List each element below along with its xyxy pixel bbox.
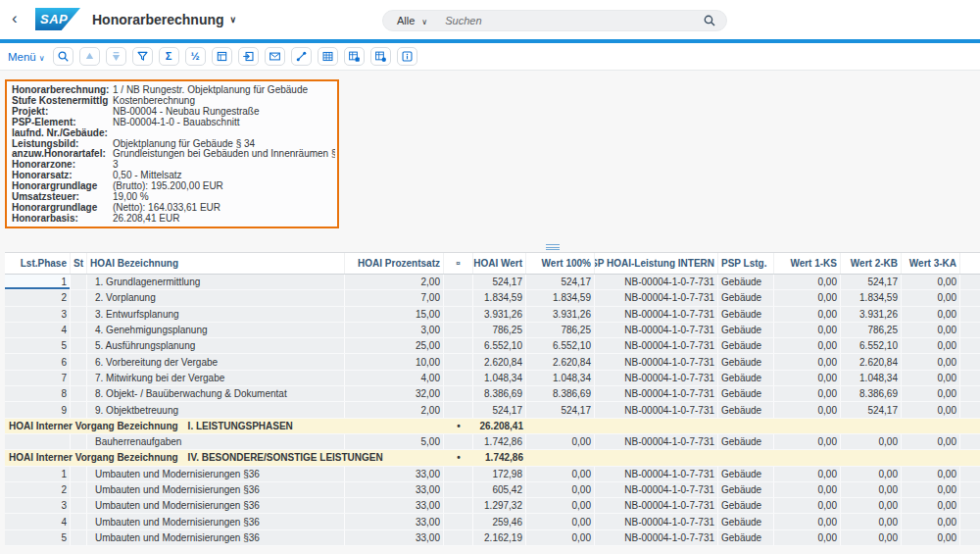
- subtotal-button[interactable]: ½: [185, 47, 206, 66]
- table-row[interactable]: 77. Mitwirkung bei der Vergabe4,001.048,…: [5, 371, 980, 386]
- cell-psp-hoai-leistung[interactable]: NB-00004-1-0-7-731: [595, 338, 718, 353]
- search-scope-select[interactable]: Alle∨: [397, 15, 427, 26]
- cell-symbol[interactable]: [444, 386, 473, 401]
- cell-hoai-wert[interactable]: 524,17: [473, 402, 526, 417]
- cell-lst-phase[interactable]: 5: [5, 338, 71, 353]
- cell-lst-phase[interactable]: 3: [5, 498, 71, 513]
- export-button[interactable]: [238, 47, 259, 66]
- cell-st[interactable]: [71, 434, 87, 449]
- column-header-wert-100[interactable]: Wert 100%: [526, 253, 595, 274]
- table-row[interactable]: Bauherrenaufgaben5,001.742,860,00NB-0000…: [5, 434, 980, 450]
- table-row[interactable]: 11. Grundlagenermittlung2,00524,17524,17…: [5, 275, 980, 290]
- cell-wert-3ka[interactable]: 0,00: [902, 307, 960, 322]
- cell-wert-3ka[interactable]: 0,00: [902, 323, 960, 337]
- cell-psp-lstg[interactable]: Gebäude: [718, 498, 774, 513]
- table-row[interactable]: 1Umbauten und Modernisierungen §3633,001…: [5, 467, 980, 482]
- cell-wert-1ks[interactable]: 0,00: [774, 482, 841, 497]
- cell-hoai-bezeichnung[interactable]: Umbauten und Modernisierungen §36: [87, 482, 345, 497]
- cell-st[interactable]: [71, 467, 87, 481]
- cell-hoai-prozentsatz[interactable]: 5,00: [345, 434, 444, 449]
- cell-psp-lstg[interactable]: Gebäude: [718, 323, 774, 337]
- cell-psp-hoai-leistung[interactable]: NB-00004-1-0-7-731: [595, 307, 718, 322]
- cell-lst-phase[interactable]: 4: [5, 514, 71, 529]
- cell-psp-hoai-leistung[interactable]: NB-00004-1-0-7-731: [595, 371, 718, 385]
- cell-psp-lstg[interactable]: Gebäude: [718, 386, 774, 401]
- cell-lst-phase[interactable]: 7: [5, 371, 71, 385]
- column-header-psp-lstg[interactable]: PSP Lstg.: [718, 253, 774, 274]
- cell-wert-1ks[interactable]: 0,00: [774, 467, 841, 481]
- search-input[interactable]: [445, 15, 703, 26]
- table-row[interactable]: 44. Genehmigungsplanung3,00786,25786,25N…: [5, 323, 980, 338]
- cell-wert-1ks[interactable]: 0,00: [774, 338, 841, 353]
- cell-st[interactable]: [71, 275, 87, 289]
- table-row[interactable]: 2Umbauten und Modernisierungen §3633,006…: [5, 482, 980, 498]
- cell-wert-100[interactable]: 8.386,69: [526, 386, 595, 401]
- cell-psp-hoai-leistung[interactable]: NB-00004-1-0-7-731: [595, 482, 718, 497]
- column-header-hoai-bezeichnung[interactable]: HOAI Bezeichnung: [87, 253, 345, 274]
- cell-wert-2kb[interactable]: 8.386,69: [841, 386, 902, 401]
- column-header-symbol[interactable]: ¤: [444, 253, 473, 274]
- cell-symbol[interactable]: [444, 275, 473, 289]
- cell-psp-hoai-leistung[interactable]: NB-00004-1-0-7-731: [595, 290, 718, 305]
- cell-psp-hoai-leistung[interactable]: NB-00004-1-0-7-731: [595, 275, 718, 289]
- cell-wert-3ka[interactable]: 0,00: [902, 371, 960, 385]
- cell-hoai-bezeichnung[interactable]: 2. Vorplanung: [87, 290, 345, 305]
- grid-button[interactable]: [318, 47, 338, 66]
- cell-hoai-bezeichnung[interactable]: 4. Genehmigungsplanung: [87, 323, 345, 337]
- cell-symbol[interactable]: [444, 530, 473, 545]
- cell-wert-1ks[interactable]: 0,00: [774, 498, 841, 513]
- cell-wert-1ks[interactable]: 0,00: [774, 323, 841, 337]
- cell-psp-lstg[interactable]: Gebäude: [718, 371, 774, 385]
- cell-hoai-wert[interactable]: 1.297,32: [473, 498, 526, 513]
- cell-psp-hoai-leistung[interactable]: NB-00004-1-0-7-731: [595, 402, 718, 417]
- table-row[interactable]: 55. Ausführungsplanung25,006.552,106.552…: [5, 338, 980, 354]
- column-header-st[interactable]: St: [71, 253, 87, 274]
- table-row[interactable]: 33. Entwurfsplanung15,003.931,263.931,26…: [5, 307, 980, 323]
- cell-psp-lstg[interactable]: Gebäude: [718, 530, 774, 545]
- cell-hoai-prozentsatz[interactable]: 4,00: [345, 371, 444, 385]
- cell-hoai-prozentsatz[interactable]: 32,00: [345, 386, 444, 401]
- cell-lst-phase[interactable]: 1: [5, 275, 71, 289]
- search-button[interactable]: [53, 47, 74, 66]
- cell-wert-2kb[interactable]: 524,17: [841, 402, 902, 417]
- cell-hoai-bezeichnung[interactable]: 5. Ausführungsplanung: [87, 338, 345, 353]
- cell-wert-100[interactable]: 1.048,34: [526, 371, 595, 385]
- cell-hoai-wert[interactable]: 2.620,84: [473, 354, 526, 369]
- cell-psp-lstg[interactable]: Gebäude: [718, 275, 774, 289]
- cell-st[interactable]: [71, 514, 87, 529]
- cell-hoai-wert[interactable]: 6.552,10: [473, 338, 526, 353]
- info-button[interactable]: [397, 47, 417, 66]
- email-button[interactable]: [265, 47, 285, 66]
- cell-symbol[interactable]: [444, 338, 473, 353]
- cell-wert-2kb[interactable]: 6.552,10: [841, 338, 902, 353]
- cell-st[interactable]: [71, 371, 87, 385]
- menu-button[interactable]: Menü∨: [8, 51, 45, 63]
- filter-button[interactable]: [132, 47, 153, 66]
- cell-wert-3ka[interactable]: 0,00: [902, 290, 960, 305]
- cell-wert-3ka[interactable]: 0,00: [902, 354, 960, 369]
- cell-wert-100[interactable]: 6.552,10: [526, 338, 595, 353]
- cell-wert-100[interactable]: 0,00: [526, 482, 595, 497]
- cell-hoai-wert[interactable]: 3.931,26: [473, 307, 526, 322]
- cell-st[interactable]: [71, 354, 87, 369]
- cell-hoai-bezeichnung[interactable]: Umbauten und Modernisierungen §36: [87, 530, 345, 545]
- cell-hoai-wert[interactable]: 172,98: [473, 467, 526, 481]
- cell-wert-3ka[interactable]: 0,00: [902, 275, 960, 289]
- cell-wert-2kb[interactable]: 0,00: [841, 467, 902, 481]
- column-header-wert-1ks[interactable]: Wert 1-KS: [774, 253, 841, 274]
- cell-hoai-bezeichnung[interactable]: 9. Objektbetreuung: [87, 402, 345, 417]
- cell-hoai-bezeichnung[interactable]: 6. Vorbereitung der Vergabe: [87, 354, 345, 369]
- cell-wert-3ka[interactable]: 0,00: [902, 467, 960, 481]
- cell-psp-hoai-leistung[interactable]: NB-00004-1-0-7-731: [595, 354, 718, 369]
- cell-psp-hoai-leistung[interactable]: NB-00004-1-0-7-731: [595, 434, 718, 449]
- cell-symbol[interactable]: [444, 371, 473, 385]
- cell-psp-lstg[interactable]: Gebäude: [718, 402, 774, 417]
- cell-symbol[interactable]: [444, 354, 473, 369]
- cell-symbol[interactable]: [444, 323, 473, 337]
- cell-wert-100[interactable]: 0,00: [526, 530, 595, 545]
- cell-hoai-bezeichnung[interactable]: 3. Entwurfsplanung: [87, 307, 345, 322]
- cell-hoai-prozentsatz[interactable]: 7,00: [345, 290, 444, 305]
- search-bar[interactable]: Alle∨: [382, 10, 727, 31]
- grid-resize-handle[interactable]: [546, 244, 560, 250]
- cell-wert-2kb[interactable]: 1.834,59: [841, 290, 902, 305]
